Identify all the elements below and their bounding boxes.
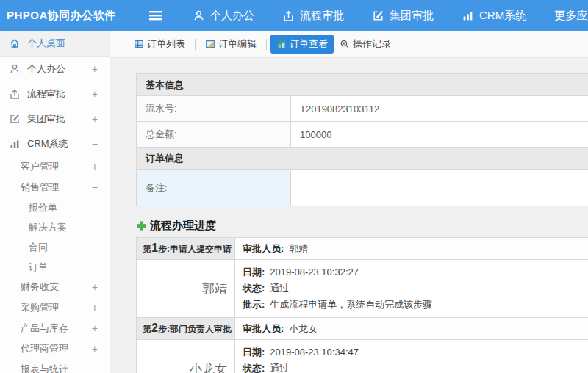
flow-approval-icon	[9, 88, 21, 100]
sidebar-item-label: 代理商管理	[21, 342, 68, 355]
nav-crm-system[interactable]: CRM系统	[462, 9, 526, 23]
remark-label: 备注:	[137, 170, 291, 206]
sidebar-item-solution[interactable]: 解决方案	[18, 217, 110, 237]
order-view-icon	[276, 39, 287, 49]
nav-label: 流程审批	[300, 9, 344, 23]
nav-group-approval[interactable]: 集团审批	[372, 9, 434, 23]
top-navigation: 个人办公 流程审批 集团审批 CRM系统 更多应用	[193, 9, 588, 23]
sidebar-item-customer-mgmt[interactable]: 客户管理 +	[0, 156, 110, 177]
step-status-line: 状态:通过	[243, 361, 581, 373]
table-row: 流水号: T20190823103112	[137, 96, 588, 122]
sidebar-item-label: 财务收支	[21, 280, 59, 294]
expand-toggle[interactable]: +	[92, 63, 98, 75]
flow-approval-icon	[282, 10, 295, 22]
sidebar-item-label: 集团审批	[27, 112, 65, 126]
sidebar-item-label: 解决方案	[29, 221, 67, 234]
sidebar-item-purchase[interactable]: 采购管理 +	[0, 297, 110, 318]
sidebar-item-crm-system[interactable]: CRM系统 −	[0, 131, 110, 156]
tab-separator	[401, 39, 401, 50]
tab-operation-log[interactable]: 操作记录	[334, 35, 397, 54]
sidebar-item-label: 个人桌面	[27, 37, 65, 50]
expand-toggle[interactable]: +	[92, 88, 98, 100]
user-icon	[9, 63, 21, 75]
hamburger-menu-button[interactable]	[148, 9, 163, 22]
sidebar-item-label: 产品与库存	[21, 322, 68, 335]
sidebar-item-label: CRM系统	[27, 137, 68, 151]
sidebar-item-reports[interactable]: 报表与统计	[0, 359, 110, 373]
section-title-basic-info: 基本信息	[137, 74, 588, 96]
section-title-order-info: 订单信息	[137, 148, 588, 170]
tab-label: 订单编辑	[218, 37, 257, 51]
sidebar-item-label: 报表与统计	[21, 363, 68, 373]
sidebar-item-products-inventory[interactable]: 产品与库存 +	[0, 318, 110, 338]
remark-value	[291, 170, 588, 206]
nav-label: 集团审批	[390, 9, 434, 23]
hamburger-icon	[148, 9, 163, 22]
nav-label: 更多应用	[554, 9, 588, 23]
step-2-approver: 审批人员:小龙女	[234, 318, 588, 340]
sidebar-item-agents[interactable]: 代理商管理 +	[0, 338, 110, 359]
sidebar-item-contract[interactable]: 合同	[18, 237, 110, 257]
content-area: 基本信息 流水号: T20190823103112 总金额: 100000 订单…	[110, 58, 588, 373]
tab-separator	[195, 39, 196, 50]
expand-toggle[interactable]: +	[92, 161, 98, 173]
collapse-toggle[interactable]: −	[92, 181, 98, 193]
green-plus-icon	[136, 220, 147, 231]
serial-number-label: 流水号:	[137, 96, 291, 122]
sidebar-item-label: 订单	[29, 261, 48, 274]
process-steps-table: 第1步:申请人提交申请 审批人员:郭靖 郭靖 日期:2019-08-23 10:…	[136, 237, 588, 373]
sidebar-item-group-approval[interactable]: 集团审批 +	[0, 106, 110, 131]
bar-chart-icon	[462, 10, 474, 22]
tab-order-list[interactable]: 订单列表	[128, 35, 191, 54]
step-1-title: 第1步:申请人提交申请	[137, 238, 235, 260]
tab-order-edit[interactable]: 订单编辑	[199, 35, 262, 54]
step-2-detail: 日期:2019-08-23 10:34:47 状态:通过 批示:通过	[234, 340, 588, 373]
bar-chart-icon	[9, 138, 21, 150]
tab-label: 订单列表	[147, 37, 185, 51]
step-detail-row: 郭靖 日期:2019-08-23 10:32:27 状态:通过 批示:生成流程申…	[137, 260, 588, 318]
step-2-title: 第2步:部门负责人审批	[137, 318, 235, 340]
sidebar-item-quotation[interactable]: 报价单	[18, 198, 110, 217]
nav-more-apps[interactable]: 更多应用	[554, 9, 588, 23]
tab-order-view[interactable]: 订单查看	[270, 35, 334, 54]
sidebar-item-sales-mgmt[interactable]: 销售管理 −	[0, 177, 110, 198]
sidebar-item-label: 个人办公	[27, 62, 65, 76]
total-amount-label: 总金额:	[137, 122, 291, 148]
sidebar-item-process-approval[interactable]: 流程审批 +	[0, 82, 110, 106]
sidebar-item-label: 合同	[29, 241, 48, 254]
expand-toggle[interactable]: +	[92, 343, 98, 355]
expand-toggle[interactable]: +	[92, 113, 98, 125]
step-header-row: 第1步:申请人提交申请 审批人员:郭靖	[137, 238, 588, 260]
tab-separator	[266, 39, 267, 50]
step-2-approver-name: 小龙女	[137, 340, 235, 373]
home-icon	[9, 37, 21, 49]
table-list-icon	[134, 39, 144, 49]
sidebar-item-label: 报价单	[29, 201, 57, 214]
process-title-text: 流程办理进度	[150, 219, 216, 233]
step-status-line: 状态:通过	[243, 280, 581, 297]
step-date-line: 日期:2019-08-23 10:32:27	[243, 264, 581, 280]
collapse-toggle[interactable]: −	[92, 138, 98, 150]
sidebar-item-personal-office[interactable]: 个人办公 +	[0, 57, 110, 82]
process-progress-title: 流程办理进度	[136, 219, 588, 233]
user-icon	[193, 10, 205, 22]
expand-toggle[interactable]: +	[92, 281, 98, 293]
tab-label: 订单查看	[290, 37, 328, 51]
edit-square-icon	[372, 10, 384, 22]
sidebar-item-order[interactable]: 订单	[18, 257, 110, 277]
sidebar-item-personal-desktop[interactable]: 个人桌面	[0, 31, 110, 57]
table-row: 总金额: 100000	[137, 122, 588, 148]
step-1-approver-name: 郭靖	[137, 260, 235, 318]
expand-toggle[interactable]: +	[92, 322, 98, 334]
nav-label: 个人办公	[210, 9, 254, 23]
step-date-line: 日期:2019-08-23 10:34:47	[243, 344, 581, 361]
step-1-approver: 审批人员:郭靖	[234, 238, 588, 260]
sidebar-item-finance[interactable]: 财务收支 +	[0, 277, 110, 297]
table-row: 备注:	[137, 170, 588, 206]
nav-process-approval[interactable]: 流程审批	[282, 9, 344, 23]
nav-personal-office[interactable]: 个人办公	[193, 9, 254, 23]
expand-toggle[interactable]: +	[92, 302, 98, 314]
sidebar-item-label: 采购管理	[21, 301, 59, 314]
tab-bar: 订单列表 订单编辑 订单查看 操作记录	[110, 31, 588, 58]
top-bar: PHPOA协同办公软件 个人办公 流程审批 集团审批	[0, 0, 588, 31]
